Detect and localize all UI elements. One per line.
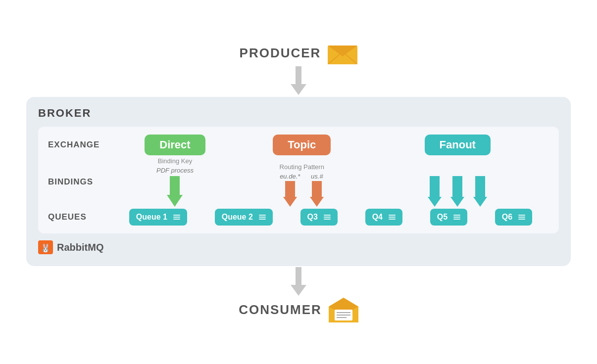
topic-label-2: us.#: [311, 173, 323, 180]
topic-exchange-btn[interactable]: Topic: [273, 135, 331, 155]
head: [473, 197, 487, 207]
bindings-row: BINDINGS Binding Key PDF process: [48, 157, 549, 207]
queue-6-label: Q6: [502, 213, 512, 222]
fanout-binding: [371, 158, 544, 207]
queue-6-btn: Q6: [495, 209, 532, 226]
producer-to-broker-arrow: [291, 66, 306, 95]
arrow-shaft: [296, 66, 301, 84]
consumer-envelope-icon: [329, 297, 358, 322]
rabbitmq-brand: 🐰 RabbitMQ: [38, 240, 559, 254]
queue-1-btn: Queue 1: [129, 209, 187, 226]
queues-row: QUEUES Queue 1 Queue 2: [48, 209, 549, 226]
fanout-arrows-group: [428, 176, 487, 207]
queue-3-icon: [324, 215, 331, 220]
producer-envelope-icon: [328, 42, 357, 64]
arrow-shaft-2: [296, 267, 301, 285]
producer-text: PRODUCER: [240, 46, 321, 61]
direct-exchange-btn[interactable]: Direct: [145, 135, 205, 155]
direct-col: Direct: [117, 135, 233, 155]
shaft: [430, 176, 440, 197]
exchange-label: EXCHANGE: [48, 140, 112, 150]
arrow-head-2: [291, 285, 306, 296]
topic-label: Topic: [288, 138, 316, 151]
line3: [389, 219, 396, 220]
queue-5-btn: Q5: [430, 209, 467, 226]
queue-5-label: Q5: [437, 213, 448, 222]
consumer-text: CONSUMER: [239, 302, 322, 318]
line3: [453, 219, 460, 220]
exchange-buttons: Direct Topic Fanout: [112, 135, 549, 155]
broker-to-consumer-arrow: [291, 267, 306, 296]
broker-box: BROKER EXCHANGE Direct Topic: [26, 97, 571, 266]
line2: [518, 217, 525, 218]
queues-label: QUEUES: [48, 212, 112, 222]
broker-title: BROKER: [38, 107, 559, 120]
queue-2-btn: Queue 2: [215, 209, 273, 226]
direct-arrow-shaft: [170, 176, 180, 195]
fanout-arrow-2: [450, 176, 464, 207]
line2: [259, 217, 266, 218]
rabbitmq-text: RabbitMQ: [57, 242, 103, 253]
queue-4-btn: Q4: [365, 209, 402, 226]
queue-3-label: Q3: [307, 213, 318, 222]
rabbitmq-logo-icon: 🐰: [38, 240, 53, 254]
routing-pattern-label: Routing Pattern: [280, 163, 324, 171]
topic-binding: Routing Pattern eu.de.*: [233, 163, 371, 207]
fanout-exchange-btn[interactable]: Fanout: [425, 135, 491, 155]
direct-arrow: [167, 176, 183, 207]
fanout-label: Fanout: [440, 138, 476, 151]
line1: [389, 215, 396, 216]
queue-5-icon: [453, 215, 460, 220]
direct-arrow-head: [167, 195, 183, 207]
line1: [518, 215, 525, 216]
topic-arrow-1: eu.de.*: [280, 173, 300, 207]
direct-binding: Binding Key PDF process: [117, 157, 233, 207]
queue-6-icon: [518, 215, 525, 220]
direct-label: Direct: [159, 138, 190, 151]
bindings-label: BINDINGS: [48, 177, 112, 187]
shaft: [452, 176, 462, 197]
line1: [324, 215, 331, 216]
binding-key-label: Binding Key: [158, 157, 192, 165]
line3: [259, 219, 266, 220]
shaft: [285, 181, 295, 197]
topic-label-1: eu.de.*: [280, 173, 300, 180]
head: [310, 197, 324, 207]
queue-1-icon: [173, 215, 180, 220]
topic-arrow-2-shape: [310, 181, 324, 207]
arrow-head: [291, 84, 306, 95]
queue-2-label: Queue 2: [222, 213, 253, 222]
line3: [324, 219, 331, 220]
line1: [453, 215, 460, 216]
queue-3-btn: Q3: [300, 209, 338, 226]
line1: [259, 215, 266, 216]
consumer-section: CONSUMER: [239, 297, 358, 322]
line3: [173, 219, 180, 220]
line3: [518, 219, 525, 220]
line2: [324, 217, 331, 218]
line2: [389, 217, 396, 218]
exchange-row: EXCHANGE Direct Topic: [48, 135, 549, 155]
head: [450, 197, 464, 207]
topic-col: Topic: [233, 135, 371, 155]
binding-value-label: PDF process: [156, 167, 194, 174]
broker-inner: EXCHANGE Direct Topic: [38, 127, 559, 233]
fanout-arrow-3: [473, 176, 487, 207]
topic-arrow-1-shape: [283, 181, 297, 207]
queues-list: Queue 1 Queue 2: [112, 209, 549, 226]
shaft: [312, 181, 322, 197]
topic-arrow-2: us.#: [310, 173, 324, 207]
queue-1-label: Queue 1: [136, 213, 167, 222]
fanout-col: Fanout: [371, 135, 544, 155]
queue-4-label: Q4: [372, 213, 383, 222]
producer-label: PRODUCER: [240, 42, 358, 64]
line2: [453, 217, 460, 218]
head: [283, 197, 297, 207]
consumer-label: CONSUMER: [239, 297, 358, 322]
shaft: [475, 176, 485, 197]
topic-arrows-group: eu.de.* us.#: [280, 173, 324, 207]
fanout-arrow-1: [428, 176, 442, 207]
line2: [173, 217, 180, 218]
queue-4-icon: [389, 215, 396, 220]
head: [428, 197, 442, 207]
